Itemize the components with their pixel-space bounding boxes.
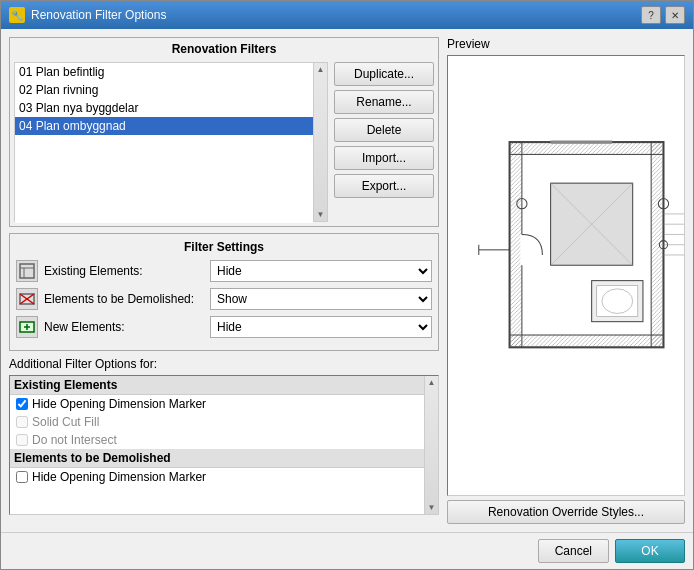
close-button[interactable]: ✕ bbox=[665, 6, 685, 24]
title-bar-buttons: ? ✕ bbox=[641, 6, 685, 24]
list-item-selected[interactable]: 04 Plan ombyggnad bbox=[15, 117, 313, 135]
checkbox-do-not-intersect-label: Do not Intersect bbox=[32, 433, 117, 447]
additional-list-content: Existing Elements Hide Opening Dimension… bbox=[10, 376, 424, 514]
filters-list: 01 Plan befintlig 02 Plan rivning 03 Pla… bbox=[15, 63, 313, 223]
demolished-elements-label: Elements to be Demolished: bbox=[44, 292, 204, 306]
checkbox-hide-opening-dim-existing-label: Hide Opening Dimension Marker bbox=[32, 397, 206, 411]
svg-rect-13 bbox=[510, 335, 664, 347]
demolished-elements-row: Elements to be Demolished: Show Hide ByL… bbox=[16, 288, 432, 310]
checkbox-hide-opening-dim-demolished-label: Hide Opening Dimension Marker bbox=[32, 470, 206, 484]
svg-rect-10 bbox=[510, 142, 522, 347]
new-elements-select[interactable]: Hide Show ByLayer bbox=[210, 316, 432, 338]
filter-settings-title: Filter Settings bbox=[16, 240, 432, 254]
right-panel: Preview bbox=[447, 37, 685, 524]
dialog: 🔧 Renovation Filter Options ? ✕ Renovati… bbox=[0, 0, 694, 570]
checkbox-do-not-intersect-input[interactable] bbox=[16, 434, 28, 446]
checkbox-solid-cut-fill-input[interactable] bbox=[16, 416, 28, 428]
cancel-button[interactable]: Cancel bbox=[538, 539, 609, 563]
renovation-filters-section: Renovation Filters 01 Plan befintlig 02 … bbox=[9, 37, 439, 227]
dialog-body: Renovation Filters 01 Plan befintlig 02 … bbox=[1, 29, 693, 532]
svg-rect-18 bbox=[597, 286, 638, 317]
checkbox-hide-opening-dim-demolished[interactable]: Hide Opening Dimension Marker bbox=[10, 468, 424, 486]
existing-elements-select[interactable]: Hide Show ByLayer bbox=[210, 260, 432, 282]
export-button[interactable]: Export... bbox=[334, 174, 434, 198]
additional-filter-options: Additional Filter Options for: Existing … bbox=[9, 357, 439, 524]
additional-filter-label: Additional Filter Options for: bbox=[9, 357, 439, 371]
checkbox-solid-cut-fill-label: Solid Cut Fill bbox=[32, 415, 99, 429]
existing-elements-header: Existing Elements bbox=[10, 376, 424, 395]
app-icon: 🔧 bbox=[9, 7, 25, 23]
demolished-elements-select[interactable]: Show Hide ByLayer bbox=[210, 288, 432, 310]
preview-area bbox=[447, 55, 685, 496]
rename-button[interactable]: Rename... bbox=[334, 90, 434, 114]
checkbox-hide-opening-dim-existing-input[interactable] bbox=[16, 398, 28, 410]
existing-elements-label: Existing Elements: bbox=[44, 264, 204, 278]
duplicate-button[interactable]: Duplicate... bbox=[334, 62, 434, 86]
checkbox-solid-cut-fill[interactable]: Solid Cut Fill bbox=[10, 413, 424, 431]
new-elements-label: New Elements: bbox=[44, 320, 204, 334]
list-item[interactable]: 02 Plan rivning bbox=[15, 81, 313, 99]
additional-scroll-up[interactable]: ▲ bbox=[428, 378, 436, 387]
import-button[interactable]: Import... bbox=[334, 146, 434, 170]
list-item[interactable]: 01 Plan befintlig bbox=[15, 63, 313, 81]
filter-settings-section: Filter Settings Existing Elements: Hide … bbox=[9, 233, 439, 351]
svg-rect-0 bbox=[20, 264, 34, 278]
new-elements-row: New Elements: Hide Show ByLayer bbox=[16, 316, 432, 338]
renovation-override-styles-button[interactable]: Renovation Override Styles... bbox=[447, 500, 685, 524]
svg-rect-12 bbox=[510, 142, 664, 154]
preview-label: Preview bbox=[447, 37, 685, 51]
additional-scroll-down[interactable]: ▼ bbox=[428, 503, 436, 512]
dialog-title: Renovation Filter Options bbox=[31, 8, 166, 22]
filters-content: 01 Plan befintlig 02 Plan rivning 03 Pla… bbox=[14, 62, 434, 222]
filters-buttons: Duplicate... Rename... Delete Import... … bbox=[334, 62, 434, 222]
help-button[interactable]: ? bbox=[641, 6, 661, 24]
existing-elements-icon bbox=[16, 260, 38, 282]
demolished-elements-icon bbox=[16, 288, 38, 310]
existing-elements-row: Existing Elements: Hide Show ByLayer bbox=[16, 260, 432, 282]
checkbox-hide-opening-dim-demolished-input[interactable] bbox=[16, 471, 28, 483]
renovation-filters-title: Renovation Filters bbox=[14, 42, 434, 56]
checkbox-hide-opening-dim-existing[interactable]: Hide Opening Dimension Marker bbox=[10, 395, 424, 413]
additional-list-wrapper: Existing Elements Hide Opening Dimension… bbox=[9, 375, 439, 515]
list-item[interactable]: 03 Plan nya byggdelar bbox=[15, 99, 313, 117]
demolished-elements-header: Elements to be Demolished bbox=[10, 449, 424, 468]
dialog-footer: Cancel OK bbox=[1, 532, 693, 569]
checkbox-do-not-intersect[interactable]: Do not Intersect bbox=[10, 431, 424, 449]
preview-svg bbox=[448, 56, 684, 495]
delete-button[interactable]: Delete bbox=[334, 118, 434, 142]
ok-button[interactable]: OK bbox=[615, 539, 685, 563]
title-bar: 🔧 Renovation Filter Options ? ✕ bbox=[1, 1, 693, 29]
left-panel: Renovation Filters 01 Plan befintlig 02 … bbox=[9, 37, 439, 524]
new-elements-icon bbox=[16, 316, 38, 338]
title-bar-left: 🔧 Renovation Filter Options bbox=[9, 7, 166, 23]
svg-rect-11 bbox=[651, 142, 663, 347]
